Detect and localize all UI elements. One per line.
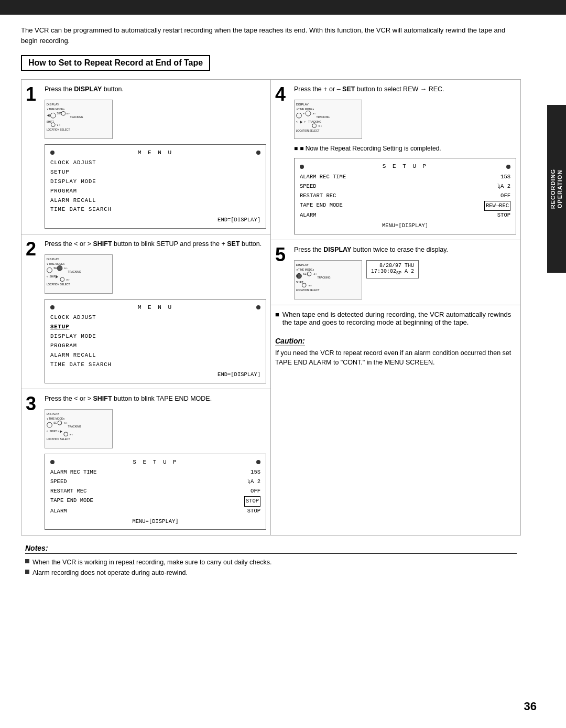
svg-point-49 <box>312 123 317 127</box>
menu-item: SETUP <box>50 168 260 177</box>
step-2-content: Press the < or > SHIFT button to blink S… <box>45 240 266 383</box>
setup-row-tape-end: TAPE END MODESTOP <box>50 496 260 507</box>
step-1-menu-footer: END=[DISPLAY] <box>50 216 260 225</box>
menu-item: TIME DATE SEARCH <box>50 360 260 370</box>
svg-text:∧○: ∧○ <box>64 267 68 270</box>
svg-text:∨TIME MODE∧: ∨TIME MODE∧ <box>47 417 66 420</box>
step-4-content: Press the + or – SET button to select RE… <box>294 85 516 234</box>
menu-item: ALARM RECALL <box>50 196 260 206</box>
svg-text:LOCATION SELECT: LOCATION SELECT <box>296 289 320 292</box>
svg-text:<: < <box>47 275 48 277</box>
bottom-notes: Notes: When the VCR is working in repeat… <box>21 544 521 578</box>
step-2-text: Press the < or > SHIFT button to blink S… <box>45 240 266 249</box>
note-item-1: When the VCR is working in repeat record… <box>25 557 517 568</box>
step-1-diagram: DISPLAY ∨TIME MODE∧ SET ∧○ TRACKING SHIF… <box>45 100 113 139</box>
setup-row: ALARM REC TIME15S <box>300 173 510 182</box>
svg-point-27 <box>47 422 52 427</box>
svg-point-60 <box>302 283 306 287</box>
svg-text:LOCATION SELECT: LOCATION SELECT <box>296 130 320 132</box>
svg-point-8 <box>51 122 55 126</box>
setup-row: RESTART RECOFF <box>50 487 260 496</box>
svg-point-42 <box>306 111 311 116</box>
svg-text:LOCATION SELECT: LOCATION SELECT <box>47 438 70 441</box>
bullet-icon-1 <box>25 559 29 563</box>
step-4-note: ■ ■ Now the Repeat Recording Setting is … <box>294 144 516 153</box>
svg-point-40 <box>297 113 302 118</box>
menu-item: PROGRAM <box>50 187 260 196</box>
step-5-datetime: 8/28/97 THU 17:30:02SP A 2 <box>366 260 419 279</box>
svg-text:∧○: ∧○ <box>312 112 316 115</box>
step-3-setup-footer: MENU=[DISPLAY] <box>50 517 260 527</box>
step-3-setup: S E T U P ALARM REC TIME15S SPEEDʯA 2 <box>45 454 266 530</box>
svg-point-14 <box>47 267 52 273</box>
step-1-menu-items: CLOCK ADJUST SETUP DISPLAY MODE PROGRAM … <box>50 158 260 215</box>
step-1-content: Press the DISPLAY button. DISPLAY ∨TIME … <box>45 85 266 229</box>
svg-marker-11 <box>47 114 50 117</box>
svg-text:∨TIME MODE∧: ∨TIME MODE∧ <box>296 108 315 111</box>
step-3-number: 3 <box>26 394 40 413</box>
step-5-number: 5 <box>275 245 290 264</box>
right-column: 4 Press the + or – SET button to select … <box>271 80 520 535</box>
svg-text:∨○: ∨○ <box>319 124 322 127</box>
setup-row: SPEEDʯA 2 <box>300 182 510 191</box>
caution-title: Caution: <box>275 337 305 346</box>
step-3: 3 Press the < or > SHIFT button to blink… <box>21 389 270 535</box>
svg-point-35 <box>64 432 68 436</box>
step-4-number: 4 <box>275 85 290 104</box>
svg-text:∨TIME MODE∧: ∨TIME MODE∧ <box>47 108 66 111</box>
step-4-setup-footer: MENU=[DISPLAY] <box>300 221 510 231</box>
step-5-text: Press the DISPLAY button twice to erase … <box>294 245 516 255</box>
caution-section: Caution: If you need the VCR to repeat r… <box>271 335 520 370</box>
svg-point-4 <box>61 111 66 115</box>
svg-text:∨○: ∨○ <box>66 278 70 281</box>
svg-text:SHIFT: SHIFT <box>296 281 303 283</box>
svg-text:DISPLAY: DISPLAY <box>296 102 309 105</box>
menu-item: DISPLAY MODE <box>50 177 260 187</box>
section-title: How to Set to Repeat Record at End of Ta… <box>21 55 210 71</box>
bullet-icon-2 <box>25 570 29 574</box>
step-4-text: Press the + or – SET button to select RE… <box>294 85 516 94</box>
side-tab: RECORDINGOPERATION <box>547 105 566 273</box>
step-3-text: Press the < or > SHIFT button to blink T… <box>45 394 266 404</box>
step-2-menu-footer: END=[DISPLAY] <box>50 370 260 380</box>
svg-text:SHIFT >: SHIFT > <box>50 430 59 433</box>
svg-point-22 <box>60 277 64 281</box>
svg-text:∨TIME MODE∧: ∨TIME MODE∧ <box>47 263 66 265</box>
step-4-diagram: DISPLAY ∨TIME MODE∧ + ∧○ TRACKING < > TR… <box>294 100 362 139</box>
svg-text:TRACKING: TRACKING <box>68 271 81 273</box>
menu-dot-right <box>256 151 260 155</box>
svg-text:∧○: ∧○ <box>66 112 70 115</box>
step-4-setup-items: ALARM REC TIME15S SPEEDʯA 2 RESTART RECO… <box>300 173 510 220</box>
left-column: 1 Press the DISPLAY button. DISPLAY ∨TIM… <box>21 80 271 535</box>
menu-item: TIME DATE SEARCH <box>50 205 260 215</box>
notes-title: Notes: <box>25 544 517 554</box>
step-1-number: 1 <box>26 85 40 104</box>
step-3-content: Press the < or > SHIFT button to blink T… <box>45 394 266 530</box>
svg-text:LOCATION SELECT: LOCATION SELECT <box>47 283 70 286</box>
svg-marker-46 <box>300 120 302 123</box>
when-detected-note: ■ When tape end is detected during recor… <box>271 305 520 329</box>
step-2: 2 Press the < or > SHIFT button to blink… <box>21 234 270 389</box>
step-5: 5 Press the DISPLAY button twice to eras… <box>271 240 520 305</box>
step-2-diagram: DISPLAY ∨TIME MODE∧ SET ∧○ TRACKING < SH… <box>45 254 113 294</box>
menu-title-1: M E N U <box>138 148 173 158</box>
svg-text:TRACKING: TRACKING <box>70 116 83 119</box>
top-bar <box>0 0 566 15</box>
step-1: 1 Press the DISPLAY button. DISPLAY ∨TIM… <box>21 80 270 234</box>
setup-row: RESTART RECOFF <box>300 191 510 201</box>
svg-text:TRACKING: TRACKING <box>317 116 330 119</box>
menu-dot-left <box>50 151 55 155</box>
page-number: 36 <box>524 700 537 713</box>
intro-text: The VCR can be programmed to automatical… <box>21 25 521 46</box>
step-5-diagram: DISPLAY ∨TIME MODE∧ SET ∧○ TRACKING SHIF… <box>294 260 362 299</box>
step-3-diagram: DISPLAY ∨TIME MODE∧ SET ∧○ TRACKING < SH… <box>45 409 113 448</box>
step-1-menu: M E N U CLOCK ADJUST SETUP DISPLAY MODE … <box>45 144 266 229</box>
step-5-bottom: DISPLAY ∨TIME MODE∧ SET ∧○ TRACKING SHIF… <box>294 258 516 299</box>
setup-row: ALARMSTOP <box>50 507 260 516</box>
svg-text:DISPLAY: DISPLAY <box>296 263 309 266</box>
svg-text:+: + <box>303 112 304 115</box>
svg-text:∨○: ∨○ <box>69 433 73 435</box>
svg-text:∨○: ∨○ <box>57 123 60 126</box>
svg-text:>: > <box>304 120 306 123</box>
svg-text:TRACKING: TRACKING <box>308 120 321 123</box>
